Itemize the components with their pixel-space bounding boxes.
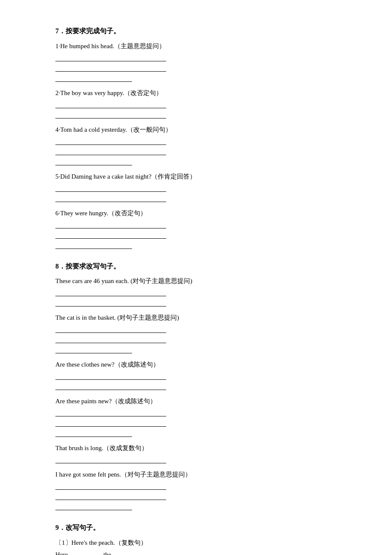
answer-line xyxy=(55,240,132,249)
answer-line xyxy=(55,298,166,306)
section-8-title: 8．按要求改写句子。 xyxy=(55,261,349,272)
question-7-1: 1·He bumped his head.（主题意思提问） xyxy=(55,41,349,82)
question-8-1: These cars are 46 yuan each. (对句子主题意思提问) xyxy=(55,276,349,306)
section-9: 9．改写句子。 〔1〕Here's the peach.（复数句） Here t… xyxy=(55,522,349,555)
answer-line xyxy=(55,63,166,72)
question-9-1: 〔1〕Here's the peach.（复数句） Here the . xyxy=(55,538,349,555)
q8-1-lines xyxy=(55,288,349,306)
section-8: 8．按要求改写句子。 These cars are 46 yuan each. … xyxy=(55,261,349,511)
answer-line xyxy=(55,73,132,82)
q8-4-text: Are these paints new?（改成陈述句） xyxy=(55,396,349,406)
answer-line xyxy=(55,455,166,463)
q8-6-lines xyxy=(55,481,349,510)
question-7-4: 4·Tom had a cold yesterday.（改一般问句） xyxy=(55,124,349,165)
answer-line xyxy=(55,408,166,416)
q8-5-lines xyxy=(55,455,349,463)
answer-line xyxy=(55,136,166,145)
question-7-6: 6·They were hungry.（改否定句） xyxy=(55,208,349,249)
question-8-3: Are these clothes new?（改成陈述句） xyxy=(55,359,349,390)
answer-line xyxy=(55,230,166,239)
answer-line xyxy=(55,220,166,228)
q7-4-text: 4·Tom had a cold yesterday.（改一般问句） xyxy=(55,124,349,135)
q7-5-lines xyxy=(55,183,349,202)
q8-6-text: I have got some felt pens.（对句子主题意思提问） xyxy=(55,469,349,480)
answer-line xyxy=(55,100,166,108)
question-7-5: 5·Did Daming have a cake last night?（作肯定… xyxy=(55,171,349,202)
q8-1-text: These cars are 46 yuan each. (对句子主题意思提问) xyxy=(55,276,349,286)
answer-line xyxy=(55,335,166,343)
q7-1-text: 1·He bumped his head.（主题意思提问） xyxy=(55,41,349,51)
q7-5-text: 5·Did Daming have a cake last night?（作肯定… xyxy=(55,171,349,182)
q8-2-text: The cat is in the basket. (对句子主题意思提问) xyxy=(55,312,349,323)
question-8-4: Are these paints new?（改成陈述句） xyxy=(55,396,349,437)
answer-line xyxy=(55,194,166,202)
answer-line xyxy=(55,53,166,61)
q7-2-lines xyxy=(55,100,349,119)
answer-line xyxy=(55,502,132,510)
section-9-title: 9．改写句子。 xyxy=(55,522,349,533)
q7-1-lines xyxy=(55,53,349,82)
answer-line xyxy=(55,324,166,333)
q8-3-text: Are these clothes new?（改成陈述句） xyxy=(55,359,349,370)
q7-6-lines xyxy=(55,220,349,249)
q9-1-text: 〔1〕Here's the peach.（复数句） xyxy=(55,538,349,548)
q8-5-text: That brush is long.（改成复数句） xyxy=(55,443,349,453)
question-8-6: I have got some felt pens.（对句子主题意思提问） xyxy=(55,469,349,510)
q7-6-text: 6·They were hungry.（改否定句） xyxy=(55,208,349,218)
question-8-5: That brush is long.（改成复数句） xyxy=(55,443,349,463)
answer-line xyxy=(55,418,166,427)
q8-3-lines xyxy=(55,371,349,390)
answer-line xyxy=(55,382,166,390)
q8-4-lines xyxy=(55,408,349,437)
answer-line xyxy=(55,157,132,165)
q8-2-lines xyxy=(55,324,349,353)
question-7-2: 2·The boy was very happy.（改否定句） xyxy=(55,88,349,119)
answer-line xyxy=(55,183,166,192)
answer-line xyxy=(55,491,166,500)
section-7: 7．按要求完成句子。 1·He bumped his head.（主题意思提问）… xyxy=(55,26,349,249)
q7-4-lines xyxy=(55,136,349,165)
answer-line xyxy=(55,110,166,119)
answer-line xyxy=(55,288,166,296)
answer-line xyxy=(55,345,132,353)
answer-line xyxy=(55,147,166,155)
answer-line xyxy=(55,371,166,380)
q9-1-answer: Here the . xyxy=(55,549,349,555)
q7-2-text: 2·The boy was very happy.（改否定句） xyxy=(55,88,349,98)
section-7-title: 7．按要求完成句子。 xyxy=(55,26,349,37)
answer-line xyxy=(55,481,166,490)
question-8-2: The cat is in the basket. (对句子主题意思提问) xyxy=(55,312,349,353)
answer-line xyxy=(55,428,132,437)
